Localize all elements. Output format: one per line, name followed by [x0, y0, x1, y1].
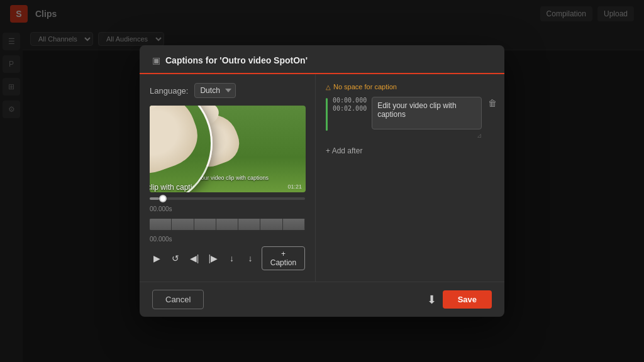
filmstrip-seg-6: [260, 219, 282, 230]
add-caption-button[interactable]: + Caption: [262, 246, 305, 270]
resize-handle-0: ⊿: [372, 132, 482, 139]
filmstrip-seg-7: [283, 219, 305, 230]
zoom-dog: [150, 106, 206, 182]
app-background: S Clips Compilation Upload ☰ P ⊞ ⚙ All C…: [0, 0, 644, 362]
video-preview: Edit your video clip with captions SpotO…: [150, 106, 306, 192]
scrubber-area: 00.000s: [150, 197, 305, 214]
filmstrip-seg-3: [194, 219, 216, 230]
language-row: Language: Dutch: [150, 83, 305, 98]
caption-entries: 00:00.000 00:02.000 ⊿ 🗑 + Add after: [326, 97, 498, 158]
step-down-button[interactable]: ↓: [225, 250, 240, 266]
modal-title: Captions for 'Outro video SpotOn': [165, 55, 308, 65]
scrubber-progress: [150, 197, 159, 200]
filmstrip-seg-2: [172, 219, 194, 230]
language-select[interactable]: Dutch: [194, 83, 236, 98]
time-label-1: 00.000s: [150, 206, 172, 212]
modal-left-panel: Language: Dutch: [140, 74, 316, 282]
download-button[interactable]: ⬇: [427, 293, 436, 307]
captions-modal: ▣ Captions for 'Outro video SpotOn' Lang…: [140, 45, 504, 317]
caption-indicator-0: [326, 98, 328, 131]
step-down2-button[interactable]: ↓: [243, 250, 258, 266]
filmstrip-seg-5: [238, 219, 260, 230]
modal-footer: Cancel ⬇ Save: [140, 282, 504, 317]
play-button[interactable]: ▶: [150, 250, 165, 266]
caption-end-0: 00:02.000: [333, 105, 367, 112]
add-after-button[interactable]: + Add after: [326, 144, 498, 158]
language-label: Language:: [150, 86, 188, 96]
filmstrip-seg-4: [216, 219, 238, 230]
modal-body: Language: Dutch: [140, 74, 504, 282]
time-label-2: 00.000s: [150, 236, 172, 243]
no-space-notice: No space for caption: [326, 83, 498, 90]
zoom-caption: Edit your video clip with captions: [150, 183, 211, 192]
zoom-background: Edit your video clip with captions: [150, 106, 211, 192]
caption-textarea-0[interactable]: [372, 97, 482, 129]
caption-entry-0: 00:00.000 00:02.000 ⊿ 🗑: [326, 97, 498, 139]
filmstrip-seg-1: [150, 219, 172, 230]
caption-delete-button-0[interactable]: 🗑: [487, 97, 498, 109]
caption-start-0: 00:00.000: [333, 97, 367, 104]
footer-right: ⬇ Save: [427, 290, 492, 309]
prev-frame-button[interactable]: ◀|: [187, 250, 202, 266]
modal-right-panel: No space for caption 00:00.000 00:02.000…: [316, 74, 504, 282]
save-button[interactable]: Save: [443, 290, 492, 309]
scrubber-track[interactable]: [150, 197, 305, 200]
next-frame-button[interactable]: |▶: [206, 250, 221, 266]
scrubber-thumb[interactable]: [159, 195, 167, 202]
filmstrip: [150, 219, 305, 230]
zoom-circle: Edit your video clip with captions: [150, 106, 213, 192]
rewind-button[interactable]: ↺: [169, 250, 184, 266]
cancel-button[interactable]: Cancel: [152, 290, 204, 309]
modal-header: ▣ Captions for 'Outro video SpotOn': [140, 45, 504, 74]
controls-row: ▶ ↺ ◀| |▶ ↓ ↓ + Caption: [150, 244, 305, 273]
captions-icon: ▣: [152, 55, 160, 65]
video-duration: 01:21: [287, 184, 302, 190]
caption-times-0: 00:00.000 00:02.000: [333, 97, 367, 112]
